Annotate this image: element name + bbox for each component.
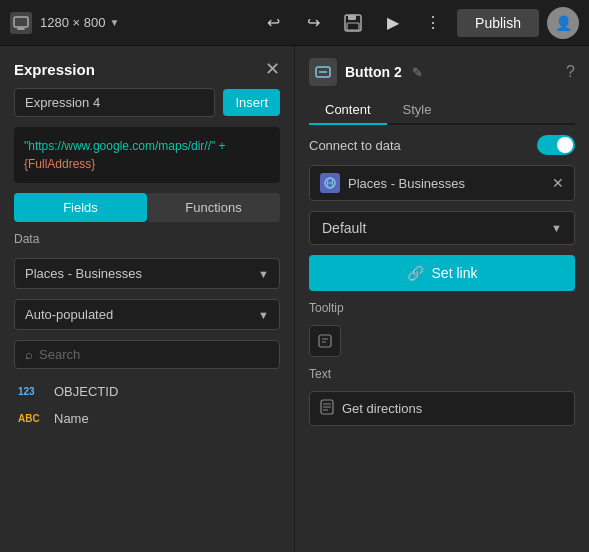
- data-source-value: Places - Businesses: [25, 266, 142, 281]
- user-avatar[interactable]: 👤: [547, 7, 579, 39]
- field-item[interactable]: 123 OBJECTID: [14, 379, 280, 404]
- expression-input-row: Insert: [14, 88, 280, 117]
- text-section: Text: [309, 367, 575, 381]
- undo-button[interactable]: ↩: [257, 7, 289, 39]
- default-value: Default: [322, 220, 366, 236]
- text-value-row: Get directions: [309, 391, 575, 426]
- connect-to-data-row: Connect to data: [309, 135, 575, 155]
- panel-title: Expression: [14, 61, 95, 78]
- chevron-down-icon: ▼: [258, 268, 269, 280]
- link-icon: 🔗: [407, 265, 424, 281]
- auto-populated-dropdown[interactable]: Auto-populated ▼: [14, 299, 280, 330]
- publish-button[interactable]: Publish: [457, 9, 539, 37]
- doc-icon: [320, 399, 334, 418]
- main-content: Expression ✕ Insert "https://www.google.…: [0, 46, 589, 552]
- search-input[interactable]: [39, 347, 269, 362]
- tooltip-section: Tooltip: [309, 301, 575, 315]
- auto-populated-value: Auto-populated: [25, 307, 113, 322]
- device-icon: [10, 12, 32, 34]
- fields-tab[interactable]: Fields: [14, 193, 147, 222]
- play-button[interactable]: ▶: [377, 7, 409, 39]
- connect-label: Connect to data: [309, 138, 401, 153]
- expression-code: "https://www.google.com/maps/dir//" + {F…: [14, 127, 280, 183]
- data-label: Data: [14, 232, 280, 246]
- close-button[interactable]: ✕: [265, 60, 280, 78]
- chevron-down-icon: ▼: [109, 17, 119, 28]
- right-panel: Button 2 ✎ ? Content Style Connect to da…: [295, 46, 589, 552]
- component-header: Button 2 ✎ ?: [309, 58, 575, 86]
- content-style-tabs: Content Style: [309, 96, 575, 125]
- redo-button[interactable]: ↪: [297, 7, 329, 39]
- data-source-name: Places - Businesses: [348, 176, 465, 191]
- data-source-icon: [320, 173, 340, 193]
- connect-toggle[interactable]: [537, 135, 575, 155]
- field-list: 123 OBJECTID ABC Name: [14, 379, 280, 431]
- data-source-close-button[interactable]: ✕: [552, 175, 564, 191]
- toolbar-actions: ↩ ↪ ▶ ⋮ Publish 👤: [257, 7, 579, 39]
- topbar: 1280 × 800 ▼ ↩ ↪ ▶ ⋮ Publish 👤: [0, 0, 589, 46]
- panel-header: Expression ✕: [14, 60, 280, 78]
- svg-rect-11: [319, 335, 331, 347]
- svg-rect-5: [347, 23, 359, 30]
- functions-tab[interactable]: Functions: [147, 193, 280, 222]
- default-dropdown[interactable]: Default ▼: [309, 211, 575, 245]
- insert-button[interactable]: Insert: [223, 89, 280, 116]
- tooltip-label: Tooltip: [309, 301, 575, 315]
- field-search-row: ⌕: [14, 340, 280, 369]
- component-icon: [309, 58, 337, 86]
- expression-panel: Expression ✕ Insert "https://www.google.…: [0, 46, 295, 552]
- field-type-text: ABC: [18, 413, 46, 424]
- field-name: OBJECTID: [54, 384, 118, 399]
- svg-rect-4: [348, 15, 356, 20]
- field-item[interactable]: ABC Name: [14, 406, 280, 431]
- data-section: Data: [14, 232, 280, 248]
- resolution-display: 1280 × 800 ▼: [40, 15, 119, 30]
- tooltip-input[interactable]: [309, 325, 341, 357]
- edit-icon[interactable]: ✎: [412, 65, 423, 80]
- text-label: Text: [309, 367, 575, 381]
- data-source-row: Places - Businesses ✕: [309, 165, 575, 201]
- chevron-down-icon: ▼: [258, 309, 269, 321]
- set-link-label: Set link: [432, 265, 478, 281]
- text-value: Get directions: [342, 401, 422, 416]
- field-name: Name: [54, 411, 89, 426]
- expression-input[interactable]: [14, 88, 215, 117]
- toggle-knob: [557, 137, 573, 153]
- search-icon: ⌕: [25, 347, 33, 362]
- component-title: Button 2: [345, 64, 402, 80]
- style-tab[interactable]: Style: [387, 96, 448, 125]
- chevron-down-icon: ▼: [551, 222, 562, 234]
- set-link-button[interactable]: 🔗 Set link: [309, 255, 575, 291]
- svg-rect-0: [14, 17, 28, 27]
- fields-functions-tabs: Fields Functions: [14, 193, 280, 222]
- content-tab[interactable]: Content: [309, 96, 387, 125]
- help-icon[interactable]: ?: [566, 63, 575, 81]
- data-source-dropdown[interactable]: Places - Businesses ▼: [14, 258, 280, 289]
- field-type-numeric: 123: [18, 386, 46, 397]
- save-button[interactable]: [337, 7, 369, 39]
- more-options-button[interactable]: ⋮: [417, 7, 449, 39]
